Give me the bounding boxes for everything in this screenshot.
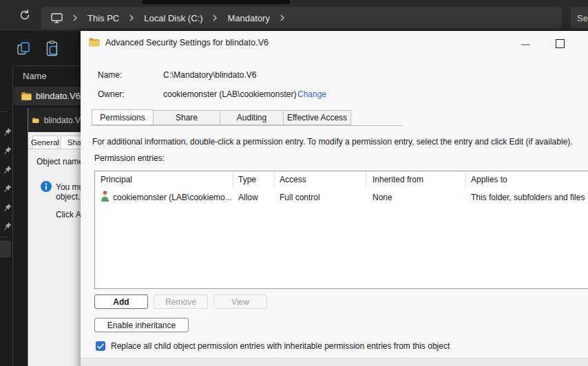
permission-entries-table[interactable]: Principal Type Access Inherited from App… xyxy=(94,171,588,289)
name-value: C:\Mandatory\blindato.V6 xyxy=(163,70,256,80)
folder-icon xyxy=(32,116,39,125)
chevron-right-icon xyxy=(280,14,285,21)
props-info-text: object. xyxy=(56,192,80,202)
chevron-right-icon xyxy=(129,14,134,21)
col-access[interactable]: Access xyxy=(280,175,306,184)
folder-icon xyxy=(21,92,32,101)
info-icon xyxy=(41,181,52,192)
minimize-icon xyxy=(521,44,530,45)
pin-icon[interactable] xyxy=(3,222,12,231)
search-box[interactable]: Sea xyxy=(571,7,588,29)
breadcrumb-mandatory[interactable]: Mandatory xyxy=(227,13,269,23)
properties-dialog-title: blindato.V xyxy=(44,116,81,125)
change-owner-link[interactable]: Change xyxy=(297,89,326,99)
tab-strip-shadow xyxy=(143,0,290,4)
rail-divider-bottom xyxy=(0,237,8,237)
tab-strip-line xyxy=(92,125,403,126)
owner-label: Owner: xyxy=(98,89,125,99)
object-name-label: Object name xyxy=(36,157,83,166)
dialog-titlebar[interactable]: Advanced Security Settings for blindato.… xyxy=(81,31,588,54)
name-label: Name: xyxy=(98,70,122,80)
dialog-title: Advanced Security Settings for blindato.… xyxy=(105,38,269,47)
column-separator xyxy=(274,171,275,188)
nav-item-partial[interactable] xyxy=(0,241,11,257)
cell-applies-to[interactable]: This folder, subfolders and files xyxy=(471,193,585,202)
pin-icon[interactable] xyxy=(3,166,12,175)
pin-icon[interactable] xyxy=(3,184,12,193)
tab-sharing-label: Sha xyxy=(67,138,81,147)
nav-pane-divider xyxy=(12,67,13,366)
file-row-label: blindato.V6 xyxy=(36,91,81,101)
column-separator xyxy=(233,171,233,188)
column-separator xyxy=(366,171,366,188)
breadcrumb-local-disk[interactable]: Local Disk (C:) xyxy=(144,13,202,23)
chevron-right-icon xyxy=(72,14,78,21)
advanced-security-dialog: Advanced Security Settings for blindato.… xyxy=(81,31,588,366)
replace-permissions-label[interactable]: Replace all child object permission entr… xyxy=(111,341,450,351)
folder-icon xyxy=(89,38,100,47)
cell-principal[interactable]: cookiemonster (LAB\cookiemo... xyxy=(113,193,232,202)
permission-entries-label: Permission entries: xyxy=(94,153,165,163)
cell-type[interactable]: Allow xyxy=(238,193,258,202)
refresh-icon[interactable] xyxy=(19,9,31,21)
tab-share-label: Share xyxy=(176,113,198,122)
add-button[interactable]: Add xyxy=(94,294,148,309)
file-row-blindato[interactable]: blindato.V6 xyxy=(14,87,81,105)
properties-dialog: blindato.V General Sha Object name You m… xyxy=(28,108,81,366)
enable-inheritance-button[interactable]: Enable inheritance xyxy=(94,318,189,332)
paste-icon[interactable] xyxy=(46,41,59,56)
this-pc-icon xyxy=(51,13,63,23)
maximize-button[interactable] xyxy=(556,39,565,48)
owner-value: cookiemonster (LAB\cookiemonster) xyxy=(163,89,296,99)
pin-icon[interactable] xyxy=(3,147,12,155)
tab-permissions-label: Permissions xyxy=(100,113,145,122)
properties-dialog-titlebar[interactable]: blindato.V xyxy=(28,108,81,132)
view-button[interactable]: View xyxy=(213,294,267,309)
remove-button[interactable]: Remove xyxy=(154,294,208,309)
pin-icon[interactable] xyxy=(3,204,12,213)
tab-permissions[interactable]: Permissions xyxy=(92,109,154,125)
screen: This PC Local Disk (C:) Mandatory Sea Na… xyxy=(0,0,588,366)
col-applies-to[interactable]: Applies to xyxy=(471,175,507,184)
replace-permissions-checkbox[interactable] xyxy=(96,341,105,351)
rail-divider-top xyxy=(0,111,7,112)
address-bar[interactable]: This PC Local Disk (C:) Mandatory xyxy=(41,7,562,29)
user-icon xyxy=(101,191,109,202)
tab-general-label: General xyxy=(31,138,59,147)
check-icon xyxy=(97,343,104,349)
col-type[interactable]: Type xyxy=(238,175,256,184)
pin-icon[interactable] xyxy=(3,128,12,137)
col-inherited-from[interactable]: Inherited from xyxy=(372,175,423,184)
tab-auditing-label: Auditing xyxy=(237,113,266,122)
column-header-name[interactable]: Name xyxy=(23,71,47,81)
tab-share[interactable]: Share xyxy=(154,110,220,125)
tab-general[interactable]: General xyxy=(32,136,58,149)
toolbar-divider xyxy=(14,65,81,66)
search-box-text: Sea xyxy=(577,13,588,23)
tab-auditing[interactable]: Auditing xyxy=(220,110,284,125)
dialog-tabs: Permissions Share Auditing Effective Acc… xyxy=(92,110,351,125)
tab-strip-line xyxy=(28,149,81,149)
cell-access[interactable]: Full control xyxy=(280,193,320,202)
permissions-description: For additional information, double-click… xyxy=(92,137,588,147)
column-separator xyxy=(465,171,466,188)
breadcrumb-this-pc[interactable]: This PC xyxy=(87,13,119,23)
tab-effective-access[interactable]: Effective Access xyxy=(284,110,351,125)
chevron-right-icon xyxy=(212,14,218,21)
copy-icon[interactable] xyxy=(17,42,30,56)
col-principal[interactable]: Principal xyxy=(101,175,132,184)
cell-inherited-from[interactable]: None xyxy=(372,193,392,202)
dialog-footer xyxy=(81,358,588,366)
tab-effective-access-label: Effective Access xyxy=(287,113,347,122)
